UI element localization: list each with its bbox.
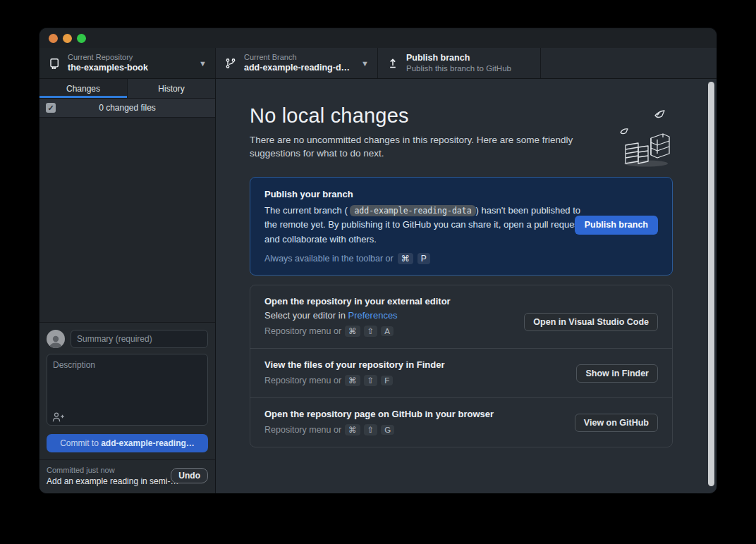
publish-branch-button[interactable]: Publish branch bbox=[575, 216, 658, 235]
sidebar: Changes History ✓ 0 changed files bbox=[39, 79, 216, 493]
changed-files-list bbox=[39, 118, 215, 322]
cmd-key: ⌘ bbox=[398, 253, 413, 264]
undo-commit-bar: Committed just now Add an example readin… bbox=[39, 459, 215, 493]
last-commit-message: Add an example reading in semi-… bbox=[47, 476, 171, 487]
app-window: Current Repository the-examples-book ▼ C… bbox=[39, 28, 717, 493]
tab-history[interactable]: History bbox=[127, 79, 215, 98]
g-key: G bbox=[381, 425, 394, 435]
no-changes-illustration bbox=[615, 109, 676, 169]
page-subtitle: There are no uncommitted changes in this… bbox=[250, 134, 613, 161]
publish-card-body: The current branch ( add-example-reading… bbox=[264, 204, 585, 247]
chevron-down-icon: ▼ bbox=[361, 59, 369, 68]
tab-changes[interactable]: Changes bbox=[39, 79, 127, 98]
current-repository-label: Current Repository bbox=[68, 53, 195, 63]
shift-key: ⇧ bbox=[364, 424, 378, 435]
close-window-button[interactable] bbox=[49, 34, 58, 43]
publish-branch-subtitle: Publish this branch to GitHub bbox=[406, 63, 532, 73]
publish-branch-title: Publish branch bbox=[406, 53, 532, 64]
changed-files-header: ✓ 0 changed files bbox=[39, 99, 215, 118]
toolbar: Current Repository the-examples-book ▼ C… bbox=[39, 48, 717, 79]
changed-files-count: 0 changed files bbox=[56, 103, 199, 113]
a-key: A bbox=[381, 326, 394, 336]
current-branch-label: Current Branch bbox=[244, 53, 357, 63]
view-on-github-button[interactable]: View on GitHub bbox=[575, 414, 658, 432]
summary-input[interactable] bbox=[71, 330, 208, 348]
add-coauthor-icon[interactable] bbox=[52, 412, 65, 423]
sidebar-tabs: Changes History bbox=[39, 79, 215, 99]
cmd-key: ⌘ bbox=[345, 424, 360, 435]
title-bar bbox=[39, 28, 717, 48]
suggestion-show-in-finder: View the files of your repository in Fin… bbox=[250, 348, 672, 397]
branch-name-chip: add-example-reading-data bbox=[350, 205, 475, 216]
current-repository-value: the-examples-book bbox=[68, 63, 195, 74]
repo-icon bbox=[48, 57, 60, 69]
preferences-link[interactable]: Preferences bbox=[348, 310, 398, 321]
suggestion-external-editor: Open the repository in your external edi… bbox=[250, 285, 672, 348]
current-repository-dropdown[interactable]: Current Repository the-examples-book ▼ bbox=[39, 48, 216, 78]
current-branch-dropdown[interactable]: Current Branch add-example-reading-d… ▼ bbox=[216, 48, 378, 78]
p-key: P bbox=[417, 253, 430, 264]
cmd-key: ⌘ bbox=[345, 326, 360, 337]
commit-button[interactable]: Commit to add-example-reading… bbox=[47, 434, 208, 452]
publish-branch-toolbar-button[interactable]: Publish branch Publish this branch to Gi… bbox=[378, 48, 541, 78]
toolbar-spacer bbox=[541, 48, 717, 78]
suggestion-view-on-github: Open the repository page on GitHub in yo… bbox=[250, 397, 672, 447]
main-content: No local changes There are no uncommitte… bbox=[216, 79, 717, 493]
vertical-scrollbar[interactable] bbox=[708, 82, 714, 486]
upload-icon bbox=[386, 57, 398, 69]
select-all-checkbox[interactable]: ✓ bbox=[46, 103, 56, 113]
description-input[interactable] bbox=[47, 354, 208, 426]
minimize-window-button[interactable] bbox=[63, 34, 72, 43]
undo-button[interactable]: Undo bbox=[171, 468, 208, 483]
zoom-window-button[interactable] bbox=[77, 34, 86, 43]
current-branch-value: add-example-reading-d… bbox=[244, 63, 357, 74]
chevron-down-icon: ▼ bbox=[199, 59, 207, 68]
shift-key: ⇧ bbox=[364, 375, 378, 386]
commit-form: Commit to add-example-reading… bbox=[39, 322, 215, 459]
open-in-editor-button[interactable]: Open in Visual Studio Code bbox=[524, 313, 658, 331]
shortcut-hint: Always available in the toolbar or bbox=[264, 254, 394, 264]
cmd-key: ⌘ bbox=[345, 375, 360, 386]
shift-key: ⇧ bbox=[364, 326, 378, 337]
show-in-finder-button[interactable]: Show in Finder bbox=[576, 364, 658, 383]
git-branch-icon bbox=[224, 57, 236, 69]
commit-status: Committed just now bbox=[47, 465, 171, 476]
publish-branch-card: Publish your branch The current branch (… bbox=[250, 177, 673, 276]
suggestions-panel: Open the repository in your external edi… bbox=[250, 285, 673, 447]
user-avatar bbox=[47, 330, 65, 348]
publish-card-title: Publish your branch bbox=[264, 189, 658, 199]
f-key: F bbox=[381, 376, 393, 385]
